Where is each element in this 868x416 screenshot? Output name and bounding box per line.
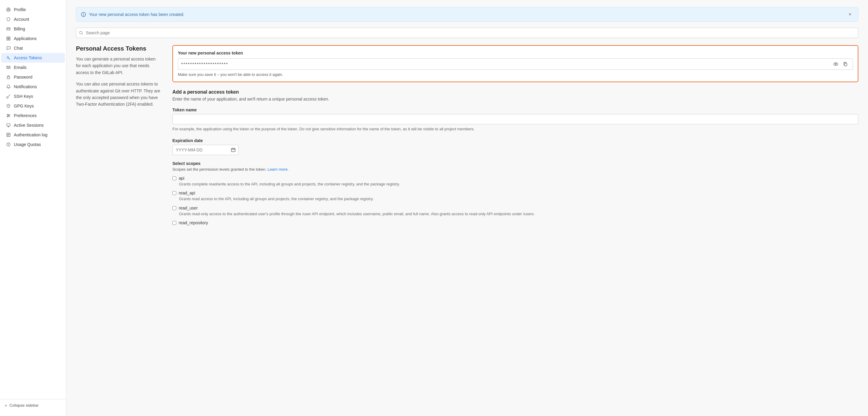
svg-rect-14 xyxy=(7,124,10,126)
sidebar-item-applications[interactable]: Applications xyxy=(1,34,65,43)
add-token-desc: Enter the name of your application, and … xyxy=(173,97,858,101)
banner-close-button[interactable]: × xyxy=(847,11,853,18)
token-name-label: Token name xyxy=(173,107,858,112)
learn-more-link[interactable]: Learn more. xyxy=(268,167,289,172)
scope-name-read_user[interactable]: read_user xyxy=(179,206,198,210)
scope-name-read_repository[interactable]: read_repository xyxy=(179,220,208,225)
search-input[interactable] xyxy=(76,28,858,38)
sidebar-item-label: Emails xyxy=(14,65,27,70)
sidebar-bottom: « Collapse sidebar xyxy=(0,399,66,411)
bell-icon xyxy=(6,84,11,89)
expiration-label: Expiration date xyxy=(173,138,858,143)
token-name-group: Token name For example, the application … xyxy=(173,107,858,132)
svg-point-19 xyxy=(834,63,838,66)
sidebar-item-active-sessions[interactable]: Active Sessions xyxy=(1,120,65,130)
envelope-icon xyxy=(6,65,11,70)
token-value: ********************* xyxy=(181,62,829,67)
scope-checkbox-read_user[interactable] xyxy=(173,206,176,210)
lock-icon xyxy=(6,75,11,79)
svg-point-10 xyxy=(8,105,9,106)
search-icon xyxy=(79,31,83,35)
svg-rect-5 xyxy=(7,39,8,40)
scopes-group: Select scopes Scopes set the permission … xyxy=(173,161,858,226)
sidebar-item-gpg-keys[interactable]: GPG Keys xyxy=(1,101,65,111)
svg-rect-2 xyxy=(7,28,10,30)
add-token-section: Add a personal access token Enter the na… xyxy=(173,90,858,225)
sidebar-item-label: Profile xyxy=(14,7,26,12)
scope-name-api[interactable]: api xyxy=(179,176,184,181)
svg-rect-6 xyxy=(9,39,10,40)
svg-rect-8 xyxy=(7,66,10,69)
sidebar-item-label: Usage Quotas xyxy=(14,142,41,147)
sidebar-item-usage-quotas[interactable]: Usage Quotas xyxy=(1,140,65,149)
sidebar-item-label: Active Sessions xyxy=(14,123,44,128)
svg-point-1 xyxy=(8,9,9,10)
chat-icon xyxy=(6,46,11,50)
info-circle-icon xyxy=(6,142,11,147)
sidebar-item-label: GPG Keys xyxy=(14,104,34,108)
svg-rect-4 xyxy=(9,37,10,38)
sidebar-item-label: Password xyxy=(14,75,32,79)
token-revealed-box: Your new personal access token *********… xyxy=(173,45,858,82)
sidebar-item-password[interactable]: Password xyxy=(1,72,65,82)
sidebar-item-label: Billing xyxy=(14,27,25,31)
token-actions xyxy=(832,61,849,67)
sidebar-item-label: Chat xyxy=(14,46,23,50)
scope-item-read_user: read_user Grants read-only access to the… xyxy=(173,206,858,217)
left-panel: Personal Access Tokens You can generate … xyxy=(76,45,160,231)
svg-rect-3 xyxy=(7,37,8,38)
svg-rect-9 xyxy=(7,77,10,79)
sidebar-item-billing[interactable]: Billing xyxy=(1,24,65,34)
sidebar-item-chat[interactable]: Chat xyxy=(1,43,65,53)
sidebar-item-account[interactable]: Account xyxy=(1,14,65,24)
scope-item-read_api: read_api Grants read access to the API, … xyxy=(173,190,858,202)
copy-token-button[interactable] xyxy=(841,61,849,67)
scope-checkbox-api[interactable] xyxy=(173,176,176,180)
sidebar-item-label: Preferences xyxy=(14,113,36,118)
scope-checkbox-read_api[interactable] xyxy=(173,191,176,195)
scope-item-api: api Grants complete read/write access to… xyxy=(173,176,858,187)
collapse-sidebar-button[interactable]: « Collapse sidebar xyxy=(5,403,61,408)
sidebar-item-profile[interactable]: Profile xyxy=(1,5,65,14)
main-content: Your new personal access token has been … xyxy=(66,0,868,416)
scope-desc-api: Grants complete read/write access to the… xyxy=(179,181,858,187)
sidebar-item-label: Authentication log xyxy=(14,133,47,137)
sidebar-item-preferences[interactable]: Preferences xyxy=(1,111,65,120)
sidebar-item-label: Access Tokens xyxy=(14,56,42,60)
scope-checkbox-read_repository[interactable] xyxy=(173,221,176,225)
expiration-date-group: Expiration date xyxy=(173,138,858,155)
token-warning: Make sure you save it – you won't be abl… xyxy=(178,72,853,77)
add-token-title: Add a personal access token xyxy=(173,90,858,95)
sidebar-item-label: SSH Keys xyxy=(14,94,33,99)
page-desc-2: You can also use personal access tokens … xyxy=(76,81,160,108)
sidebar-item-auth-log[interactable]: Authentication log xyxy=(1,130,65,140)
shield-key-icon xyxy=(6,104,11,108)
token-value-row: ********************* xyxy=(178,59,853,70)
monitor-icon xyxy=(6,123,11,128)
scopes-title: Select scopes xyxy=(173,161,858,166)
expiration-date-input[interactable] xyxy=(173,145,239,155)
banner-message: Your new personal access token has been … xyxy=(89,12,844,17)
scope-name-read_api[interactable]: read_api xyxy=(179,190,195,195)
token-name-input[interactable] xyxy=(173,114,858,124)
sidebar-item-ssh-keys[interactable]: SSH Keys xyxy=(1,92,65,101)
sidebar-item-emails[interactable]: Emails xyxy=(1,63,65,72)
search-bar xyxy=(76,28,858,38)
date-input-wrapper xyxy=(173,145,239,155)
sidebar-item-label: Applications xyxy=(14,36,37,41)
collapse-label: Collapse sidebar xyxy=(9,403,38,408)
sliders-icon xyxy=(6,113,11,118)
sidebar-item-notifications[interactable]: Notifications xyxy=(1,82,65,92)
sidebar-item-label: Notifications xyxy=(14,84,37,89)
notification-banner: Your new personal access token has been … xyxy=(76,7,858,22)
svg-point-20 xyxy=(835,64,836,65)
sidebar-item-access-tokens[interactable]: Access Tokens xyxy=(1,53,65,63)
key-alt-icon xyxy=(6,94,11,99)
svg-point-12 xyxy=(8,115,9,116)
sidebar-item-label: Account xyxy=(14,17,29,22)
page-desc-1: You can generate a personal access token… xyxy=(76,56,160,76)
credit-card-icon xyxy=(6,27,11,31)
toggle-visibility-button[interactable] xyxy=(832,61,840,67)
svg-rect-21 xyxy=(844,63,847,66)
svg-point-13 xyxy=(7,116,8,117)
